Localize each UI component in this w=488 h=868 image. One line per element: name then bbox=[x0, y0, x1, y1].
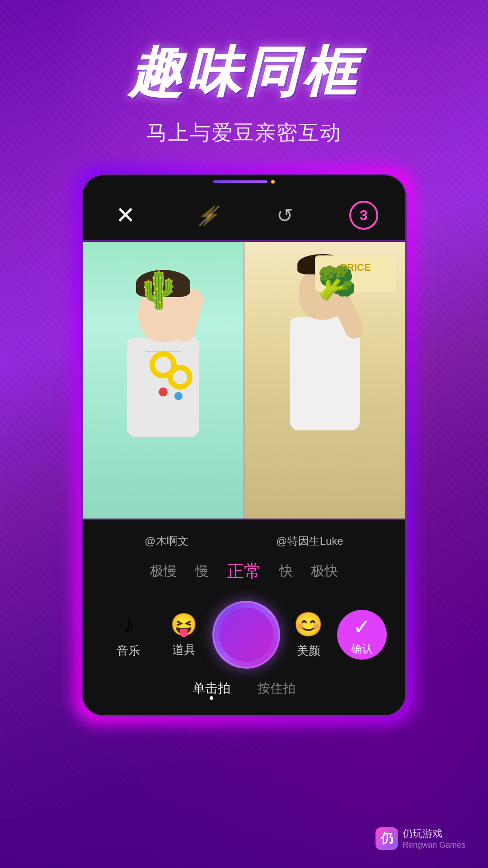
right-person-label: @特因生Luke bbox=[276, 534, 343, 548]
timer-number: 3 bbox=[360, 207, 368, 224]
props-button[interactable]: 😝 道具 bbox=[157, 612, 211, 658]
circle-4 bbox=[174, 392, 183, 400]
cactus-decoration: 🌵 bbox=[136, 269, 181, 311]
confirm-label: 确认 bbox=[351, 642, 373, 656]
confirm-check-icon: ✓ bbox=[353, 614, 371, 639]
speed-very-slow[interactable]: 极慢 bbox=[150, 562, 177, 580]
indicator-bar bbox=[213, 180, 267, 183]
beauty-button[interactable]: 😊 美颜 bbox=[282, 611, 336, 659]
restore-icon[interactable]: ↺ bbox=[277, 204, 293, 227]
music-label: 音乐 bbox=[117, 643, 140, 659]
music-button[interactable]: ♪ 音乐 bbox=[101, 611, 155, 659]
camera-left-panel: 🌵 bbox=[83, 242, 244, 519]
beauty-label: 美颜 bbox=[297, 643, 320, 659]
speed-slow[interactable]: 慢 bbox=[195, 562, 209, 580]
props-icon: 😝 bbox=[170, 612, 197, 637]
watermark: 仍 仍玩游戏 Rengwan Games bbox=[375, 827, 465, 850]
indicator-dot bbox=[271, 180, 275, 184]
broccoli-decoration: 🥦 bbox=[317, 264, 357, 302]
mode-selector[interactable]: 单击拍 按住拍 bbox=[83, 673, 405, 702]
left-person-label: @木啊文 bbox=[145, 534, 188, 548]
music-icon: ♪ bbox=[122, 611, 134, 638]
camera-right-panel: PRICE⑨ 🥦 bbox=[244, 242, 405, 519]
speed-very-fast[interactable]: 极快 bbox=[311, 562, 338, 580]
confirm-button[interactable]: ✓ 确认 bbox=[337, 610, 387, 660]
speed-normal[interactable]: 正常 bbox=[227, 560, 261, 583]
circle-2 bbox=[168, 365, 192, 390]
camera-bottom-ui: @木啊文 @特因生Luke 极慢 慢 正常 快 极快 bbox=[83, 520, 405, 715]
main-subtitle: 马上与爱豆亲密互动 bbox=[146, 119, 342, 147]
watermark-logo: 仍 bbox=[375, 827, 398, 850]
watermark-line2: Rengwan Games bbox=[403, 840, 465, 850]
phone-body: ✕ ⚡ ↺ 3 🌵 bbox=[81, 174, 407, 717]
mode-hold[interactable]: 按住拍 bbox=[258, 680, 296, 697]
beauty-icon: 😊 bbox=[294, 611, 323, 638]
flash-icon[interactable]: ⚡ bbox=[197, 204, 221, 226]
capture-button-inner bbox=[219, 608, 273, 662]
mode-tap[interactable]: 单击拍 bbox=[192, 680, 230, 697]
speed-selector[interactable]: 极慢 慢 正常 快 极快 bbox=[83, 553, 405, 590]
capture-controls-row: ♪ 音乐 😝 道具 bbox=[83, 590, 405, 673]
circle-3 bbox=[159, 387, 168, 396]
person-labels-row: @木啊文 @特因生Luke bbox=[83, 529, 405, 553]
speed-fast[interactable]: 快 bbox=[279, 562, 293, 580]
phone-status-bar bbox=[83, 175, 405, 190]
phone-mockup: ✕ ⚡ ↺ 3 🌵 bbox=[81, 174, 407, 717]
watermark-line1: 仍玩游戏 bbox=[403, 827, 465, 840]
main-title: 趣味同框 bbox=[128, 36, 360, 110]
watermark-text: 仍玩游戏 Rengwan Games bbox=[403, 827, 465, 850]
capture-button[interactable] bbox=[212, 601, 280, 669]
split-camera-view: 🌵 bbox=[83, 240, 405, 520]
phone-notch bbox=[213, 180, 275, 184]
close-button[interactable]: ✕ bbox=[110, 199, 141, 231]
camera-controls: ✕ ⚡ ↺ 3 bbox=[83, 190, 405, 240]
timer-button[interactable]: 3 bbox=[349, 201, 378, 230]
props-label: 道具 bbox=[172, 642, 196, 658]
